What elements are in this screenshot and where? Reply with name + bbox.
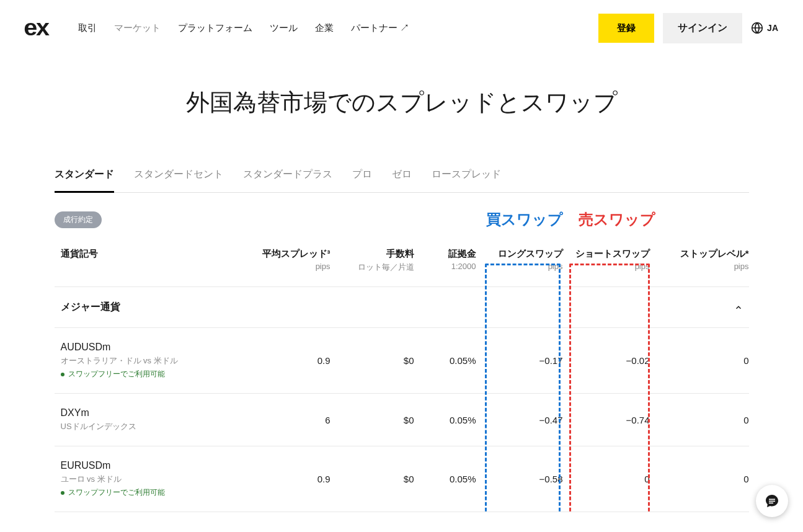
callout-sell-swap: 売スワップ (579, 210, 655, 229)
symbol-name: EURUSDm (61, 460, 234, 471)
cell-stop-level: 0 (650, 474, 749, 484)
cell-short-swap: 0 (563, 474, 650, 484)
callout-row: 買スワップ 売スワップ (55, 210, 749, 232)
language-code: JA (767, 23, 778, 33)
cell-stop-level: 0 (650, 415, 749, 425)
section-title: メジャー通貨 (61, 301, 120, 314)
nav-item-tools[interactable]: ツール (270, 22, 298, 34)
cell-fee: $0 (331, 474, 414, 484)
content: スタンダード スタンダードセント スタンダードプラス プロ ゼロ ロースプレッド… (48, 168, 755, 512)
cell-spread: 0.9 (234, 355, 331, 366)
symbol-cell: EURUSDm ユーロ vs 米ドル スワップフリーでご利用可能 (61, 460, 234, 498)
th-stop-level: ストップレベル* pips (650, 248, 749, 273)
th-symbol: 通貨記号 (61, 248, 234, 273)
table-row[interactable]: DXYm USドルインデックス 6 $0 0.05% −0.47 −0.74 0 (55, 394, 749, 446)
main-nav: 取引 マーケット プラットフォーム ツール 企業 パートナー ↗ (78, 22, 580, 34)
cell-short-swap: −0.74 (563, 415, 650, 425)
symbol-name: DXYm (61, 407, 234, 419)
nav-item-platform[interactable]: プラットフォーム (178, 22, 252, 34)
language-selector[interactable]: JA (751, 22, 778, 34)
chat-icon (765, 494, 779, 508)
globe-icon (751, 22, 763, 34)
section-major-currencies[interactable]: メジャー通貨 (55, 287, 749, 328)
page-title: 外国為替市場でのスプレッドとスワップ (0, 87, 803, 118)
nav-item-partner[interactable]: パートナー ↗ (351, 22, 409, 34)
symbol-cell: DXYm USドルインデックス (61, 407, 234, 432)
table-row[interactable]: AUDUSDm オーストラリア・ドル vs 米ドル スワップフリーでご利用可能 … (55, 328, 749, 394)
account-tabs: スタンダード スタンダードセント スタンダードプラス プロ ゼロ ロースプレッド (55, 168, 749, 193)
cell-stop-level: 0 (650, 355, 749, 366)
cell-long-swap: −0.17 (476, 355, 563, 366)
th-margin: 証拠金 1:2000 (414, 248, 476, 273)
tab-raw-spread[interactable]: ロースプレッド (432, 168, 501, 193)
th-spread: 平均スプレッド³ pips (234, 248, 331, 273)
nav-item-company[interactable]: 企業 (315, 22, 334, 34)
nav-item-market[interactable]: マーケット (114, 22, 161, 34)
tab-standard-plus[interactable]: スタンダードプラス (243, 168, 332, 193)
swap-free-badge: スワップフリーでご利用可能 (61, 487, 234, 498)
symbol-desc: USドルインデックス (61, 421, 234, 432)
tab-standard[interactable]: スタンダード (55, 168, 114, 193)
symbol-desc: ユーロ vs 米ドル (61, 474, 234, 485)
tab-pro[interactable]: プロ (352, 168, 372, 193)
header-actions: 登録 サインイン JA (598, 13, 778, 43)
svg-rect-3 (769, 503, 773, 504)
symbol-cell: AUDUSDm オーストラリア・ドル vs 米ドル スワップフリーでご利用可能 (61, 342, 234, 379)
cell-margin: 0.05% (414, 474, 476, 484)
tab-zero[interactable]: ゼロ (392, 168, 412, 193)
cell-margin: 0.05% (414, 415, 476, 425)
register-button[interactable]: 登録 (598, 14, 654, 43)
pricing-table: 通貨記号 平均スプレッド³ pips 手数料 ロット毎／片道 証拠金 1:200… (55, 232, 749, 512)
cell-fee: $0 (331, 415, 414, 425)
callout-buy-swap: 買スワップ (486, 210, 563, 229)
table-row[interactable]: EURUSDm ユーロ vs 米ドル スワップフリーでご利用可能 0.9 $0 … (55, 446, 749, 512)
logo[interactable]: ex (24, 15, 48, 41)
symbol-desc: オーストラリア・ドル vs 米ドル (61, 355, 234, 366)
tab-standard-cent[interactable]: スタンダードセント (134, 168, 223, 193)
nav-item-trade[interactable]: 取引 (78, 22, 97, 34)
signin-button[interactable]: サインイン (663, 13, 742, 43)
cell-spread: 6 (234, 415, 331, 425)
th-short-swap: ショートスワップ pips (563, 248, 650, 273)
cell-short-swap: −0.02 (563, 355, 650, 366)
swap-free-badge: スワップフリーでご利用可能 (61, 369, 234, 379)
svg-rect-1 (769, 499, 775, 500)
th-fee: 手数料 ロット毎／片道 (331, 248, 414, 273)
table-header: 通貨記号 平均スプレッド³ pips 手数料 ロット毎／片道 証拠金 1:200… (55, 232, 749, 287)
th-long-swap: ロングスワップ pips (476, 248, 563, 273)
site-header: ex 取引 マーケット プラットフォーム ツール 企業 パートナー ↗ 登録 サ… (0, 0, 803, 56)
cell-long-swap: −0.47 (476, 415, 563, 425)
cell-spread: 0.9 (234, 474, 331, 484)
cell-margin: 0.05% (414, 355, 476, 366)
symbol-name: AUDUSDm (61, 342, 234, 353)
chevron-up-icon (734, 303, 743, 312)
cell-fee: $0 (331, 355, 414, 366)
cell-long-swap: −0.58 (476, 474, 563, 484)
svg-rect-2 (769, 501, 775, 502)
chat-button[interactable] (756, 485, 788, 512)
